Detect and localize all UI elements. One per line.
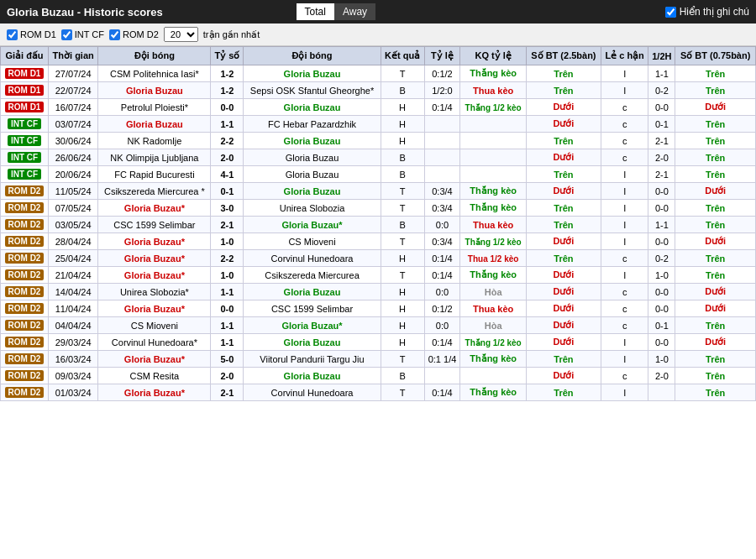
- cell-sobt2: Trên: [675, 267, 756, 284]
- cell-result: T: [381, 183, 424, 200]
- cell-sobt: Dưới: [526, 368, 601, 384]
- cell-team2: Viitorul Pandurii Targu Jiu: [244, 351, 381, 368]
- cell-date: 20/06/24: [48, 166, 97, 183]
- cell-result: B: [381, 217, 424, 233]
- cell-result: B: [381, 368, 424, 384]
- cell-team1: Gloria Buzau*: [98, 351, 211, 368]
- cell-score: 4-1: [211, 166, 244, 183]
- cell-result: T: [381, 233, 424, 250]
- cell-kq-ratio: [460, 368, 526, 384]
- cell-team1: Unirea Slobozia*: [98, 284, 211, 300]
- cell-sobt: Dưới: [526, 116, 601, 133]
- cell-sobt: Trên: [526, 200, 601, 217]
- cell-team2: FC Hebar Pazardzhik: [244, 116, 381, 133]
- cell-sobt2: Trên: [675, 133, 756, 149]
- league-badge: ROM D2: [5, 353, 45, 364]
- cell-sobt: Dưới: [526, 267, 601, 284]
- cell-team2: Csikszereda Miercurea: [244, 267, 381, 284]
- cell-half: 2-0: [648, 149, 675, 166]
- cell-date: 29/03/24: [48, 334, 97, 351]
- cell-sobt2: Trên: [675, 200, 756, 217]
- league-badge: ROM D2: [5, 337, 45, 347]
- cell-team1: Gloria Buzau*: [98, 267, 211, 284]
- col-team1: Đội bóng: [98, 47, 211, 65]
- tab-away[interactable]: Away: [334, 3, 375, 20]
- cell-sobt2: Trên: [675, 384, 756, 401]
- cell-kq-ratio: Thua kèo: [460, 217, 526, 233]
- filter-rom-d2-checkbox[interactable]: [109, 29, 120, 40]
- cell-sobt2: Trên: [675, 166, 756, 183]
- cell-date: 21/04/24: [48, 267, 97, 284]
- cell-score: 1-1: [211, 284, 244, 300]
- table-row: INT CF26/06/24NK Olimpija Ljubljana2-0Gl…: [1, 149, 756, 166]
- cell-sobt: Dưới: [526, 300, 601, 317]
- cell-le-c: I: [601, 183, 648, 200]
- cell-ratio: 0:1/4: [424, 250, 460, 267]
- table-row: ROM D122/07/24Gloria Buzau1-2Sepsi OSK S…: [1, 82, 756, 99]
- cell-sobt2: Dưới: [675, 183, 756, 200]
- cell-league: ROM D2: [1, 300, 49, 317]
- filter-rom-d1-checkbox[interactable]: [7, 29, 18, 40]
- league-badge: ROM D2: [5, 202, 45, 213]
- cell-kq-ratio: [460, 166, 526, 183]
- recent-matches-select[interactable]: 10 20 30 50: [164, 27, 198, 42]
- cell-team1: Gloria Buzau: [98, 116, 211, 133]
- cell-date: 22/07/24: [48, 82, 97, 99]
- show-notes-label: Hiển thị ghi chú: [680, 6, 749, 18]
- cell-team2: Gloria Buzau: [244, 149, 381, 166]
- cell-half: 1-0: [648, 351, 675, 368]
- cell-score: 2-1: [211, 217, 244, 233]
- cell-team2: Gloria Buzau: [244, 133, 381, 149]
- table-row: INT CF20/06/24FC Rapid Bucuresti4-1Glori…: [1, 166, 756, 183]
- cell-kq-ratio: Thua 1/2 kèo: [460, 250, 526, 267]
- cell-kq-ratio: Hòa: [460, 317, 526, 334]
- cell-score: 1-2: [211, 82, 244, 99]
- cell-sobt: Trên: [526, 217, 601, 233]
- filter-bar: ROM D1 INT CF ROM D2 10 20 30 50 trận gầ…: [0, 24, 756, 46]
- table-row: INT CF30/06/24NK Radomlje2-2Gloria Buzau…: [1, 133, 756, 149]
- cell-kq-ratio: Thắng kèo: [460, 183, 526, 200]
- col-kq-ratio: KQ tỷ lệ: [460, 47, 526, 65]
- cell-sobt2: Trên: [675, 250, 756, 267]
- cell-le-c: I: [601, 217, 648, 233]
- cell-team1: Csikszereda Miercurea *: [98, 183, 211, 200]
- show-notes-checkbox-area: Hiển thị ghi chú: [665, 6, 749, 18]
- cell-date: 26/06/24: [48, 149, 97, 166]
- cell-sobt: Dưới: [526, 334, 601, 351]
- cell-date: 30/06/24: [48, 133, 97, 149]
- cell-date: 03/07/24: [48, 116, 97, 133]
- cell-ratio: 0:3/4: [424, 183, 460, 200]
- cell-league: ROM D2: [1, 284, 49, 300]
- cell-team2: Gloria Buzau: [244, 166, 381, 183]
- cell-date: 11/04/24: [48, 300, 97, 317]
- league-badge: INT CF: [8, 152, 41, 163]
- cell-score: 2-1: [211, 384, 244, 401]
- cell-ratio: 0:0: [424, 284, 460, 300]
- table-row: ROM D214/04/24Unirea Slobozia*1-1Gloria …: [1, 284, 756, 300]
- tab-total[interactable]: Total: [297, 3, 334, 20]
- cell-team2: Gloria Buzau: [244, 334, 381, 351]
- cell-team1: CS Mioveni: [98, 317, 211, 334]
- cell-half: 0-1: [648, 317, 675, 334]
- col-result: Kết quả: [381, 47, 424, 65]
- cell-score: 2-2: [211, 133, 244, 149]
- cell-league: ROM D2: [1, 233, 49, 250]
- cell-ratio: [424, 149, 460, 166]
- cell-team1: NK Olimpija Ljubljana: [98, 149, 211, 166]
- cell-team2: CS Mioveni: [244, 233, 381, 250]
- cell-kq-ratio: Thắng 1/2 kèo: [460, 233, 526, 250]
- cell-half: 0-0: [648, 200, 675, 217]
- cell-half: 0-2: [648, 82, 675, 99]
- cell-result: T: [381, 65, 424, 82]
- cell-team2: Gloria Buzau: [244, 284, 381, 300]
- cell-sobt: Trên: [526, 166, 601, 183]
- filter-int-cf-checkbox[interactable]: [61, 29, 72, 40]
- cell-result: H: [381, 284, 424, 300]
- cell-half: 1-0: [648, 267, 675, 284]
- cell-sobt: Dưới: [526, 99, 601, 116]
- show-notes-checkbox[interactable]: [665, 7, 676, 18]
- cell-le-c: I: [601, 233, 648, 250]
- cell-half: 2-1: [648, 166, 675, 183]
- filter-rom-d1: ROM D1: [7, 29, 56, 40]
- cell-league: ROM D2: [1, 351, 49, 368]
